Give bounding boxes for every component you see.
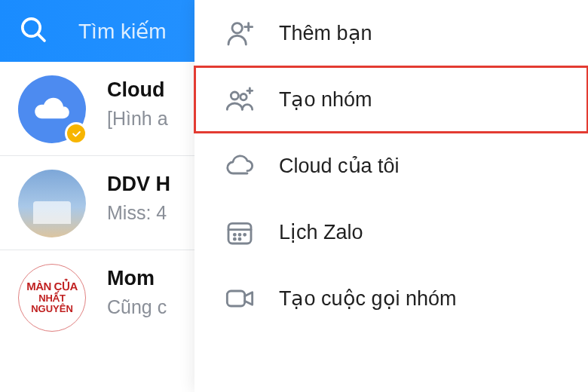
search-icon[interactable] xyxy=(18,14,48,47)
chat-subtitle: Miss: 4 xyxy=(107,202,170,224)
chat-text: Cloud [Hình a xyxy=(107,75,168,130)
svg-point-14 xyxy=(234,238,235,240)
menu-item-create-group[interactable]: Tạo nhóm xyxy=(194,66,588,133)
menu-label: Tạo cuộc gọi nhóm xyxy=(279,286,457,311)
menu-item-my-cloud[interactable]: Cloud của tôi xyxy=(194,133,588,199)
chat-title: Mom xyxy=(107,267,167,290)
avatar-text-line1: MÀN CỦA xyxy=(26,280,78,293)
cloud-icon xyxy=(225,151,255,181)
avatar xyxy=(18,75,86,143)
add-friend-icon xyxy=(225,18,255,48)
avatar-text-line2: NHẤT NGUYÊN xyxy=(19,293,85,315)
svg-line-1 xyxy=(38,35,44,41)
menu-label: Thêm bạn xyxy=(279,21,372,45)
search-input[interactable]: Tìm kiếm xyxy=(78,19,167,44)
plus-menu: Thêm bạn Tạo nhóm Cloud của tôi Lịch Zal… xyxy=(194,0,588,392)
menu-label: Lịch Zalo xyxy=(279,220,363,244)
create-group-icon xyxy=(225,84,255,115)
verified-badge-icon xyxy=(65,122,87,145)
menu-label: Tạo nhóm xyxy=(279,87,372,112)
chat-title: DDV H xyxy=(107,173,170,196)
menu-label: Cloud của tôi xyxy=(279,154,400,178)
calendar-icon xyxy=(225,217,255,247)
svg-point-12 xyxy=(239,234,240,235)
menu-item-calendar[interactable]: Lịch Zalo xyxy=(194,199,588,265)
menu-item-add-friend[interactable]: Thêm bạn xyxy=(194,0,588,66)
avatar: MÀN CỦA NHẤT NGUYÊN xyxy=(18,264,86,332)
svg-point-15 xyxy=(239,238,240,240)
svg-point-2 xyxy=(232,23,242,33)
menu-item-group-call[interactable]: Tạo cuộc gọi nhóm xyxy=(194,265,588,332)
chat-text: DDV H Miss: 4 xyxy=(107,170,170,224)
svg-point-5 xyxy=(231,92,238,100)
video-call-icon xyxy=(225,283,255,314)
svg-rect-16 xyxy=(227,291,244,306)
chat-title: Cloud xyxy=(107,78,168,102)
avatar xyxy=(18,170,86,237)
chat-subtitle: Cũng c xyxy=(107,296,167,318)
svg-point-6 xyxy=(240,94,247,100)
svg-point-11 xyxy=(234,234,235,235)
chat-text: Mom Cũng c xyxy=(107,264,167,318)
chat-subtitle: [Hình a xyxy=(107,108,168,130)
svg-point-13 xyxy=(244,234,246,235)
